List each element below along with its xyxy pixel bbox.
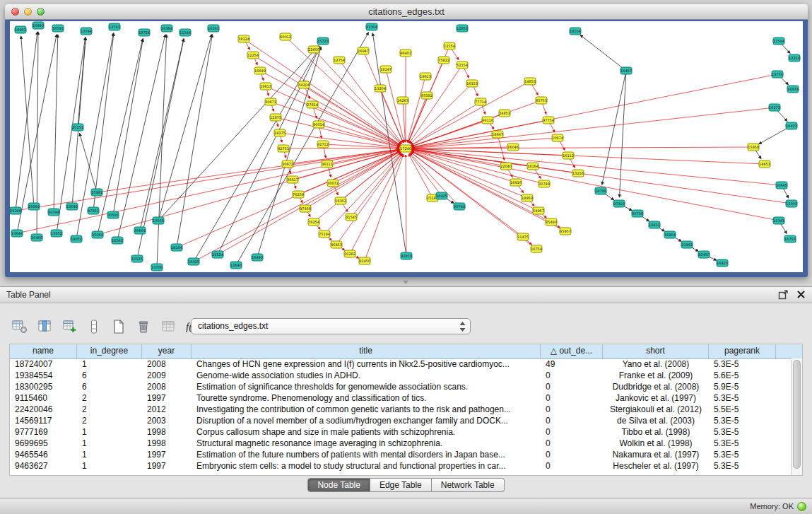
network-edge[interactable] bbox=[408, 95, 427, 143]
table-row[interactable]: 1830029562008Estimation of significance … bbox=[10, 381, 792, 392]
network-node-label: 10674 bbox=[552, 136, 563, 140]
table-row[interactable]: 1938455462009Genome-wide association stu… bbox=[10, 370, 792, 381]
cell-short: Tibbo et al. (1998) bbox=[603, 426, 709, 438]
table-row[interactable]: 946554611997Estimation of the future num… bbox=[10, 449, 792, 460]
network-canvas[interactable]: 1724018124122541664919613306711287524275… bbox=[10, 21, 803, 272]
network-table-selector[interactable]: citations_edges.txt bbox=[191, 318, 471, 334]
cell-pagerank: 5.6E-5 bbox=[709, 370, 776, 381]
panel-splitter-handle[interactable] bbox=[401, 280, 411, 284]
cell-short: Wolkin et al. (1998) bbox=[603, 438, 709, 449]
column-header-year[interactable]: year bbox=[142, 344, 192, 358]
network-node-label: 13706 bbox=[151, 265, 163, 269]
network-edge[interactable] bbox=[365, 154, 404, 261]
network-node-label: 18974 bbox=[787, 87, 799, 91]
network-edge[interactable] bbox=[117, 35, 165, 240]
tab-node-table[interactable]: Node Table bbox=[307, 478, 370, 492]
network-node-label: 18901 bbox=[15, 28, 26, 32]
table-row[interactable]: 969969511998Structural magnetic resonanc… bbox=[10, 438, 792, 449]
network-edge[interactable] bbox=[16, 32, 37, 211]
column-header-short[interactable]: short bbox=[603, 344, 709, 358]
cell-out_degree: 0 bbox=[541, 438, 603, 449]
network-svg[interactable]: 1724018124122541664919613306711287524275… bbox=[10, 21, 803, 272]
cell-out_degree: 49 bbox=[541, 358, 603, 370]
network-node-label: 76239 bbox=[293, 192, 304, 197]
column-header-name[interactable]: name bbox=[10, 344, 77, 358]
network-edge[interactable] bbox=[409, 153, 442, 196]
table-gear-icon[interactable] bbox=[11, 318, 28, 335]
network-edge[interactable] bbox=[137, 39, 184, 259]
network-edge[interactable] bbox=[619, 71, 626, 197]
cell-pagerank: 5.3E-5 bbox=[709, 449, 776, 460]
network-node-label: 92450 bbox=[698, 252, 710, 257]
network-edge[interactable] bbox=[98, 39, 143, 235]
network-edge[interactable] bbox=[412, 148, 765, 164]
table-row[interactable]: 1872400712008Changes of HCN gene express… bbox=[10, 358, 792, 370]
single-column-icon[interactable] bbox=[86, 318, 102, 335]
network-edge[interactable] bbox=[98, 150, 399, 235]
network-edge[interactable] bbox=[177, 35, 213, 247]
cell-year: 2003 bbox=[142, 415, 192, 426]
column-visibility-icon[interactable] bbox=[36, 318, 53, 335]
cell-short: Jankovic et al. (1997) bbox=[603, 392, 709, 404]
network-node-label: 16990 bbox=[33, 23, 44, 28]
column-header-out_de[interactable]: △ out_de... bbox=[541, 344, 603, 358]
network-edge[interactable] bbox=[403, 100, 405, 142]
cell-in_degree: 6 bbox=[77, 381, 142, 392]
import-table-icon[interactable] bbox=[160, 318, 177, 335]
network-node-label: 17240 bbox=[400, 146, 411, 151]
table-row[interactable]: 911546021997Tourette syndrome. Phenomeno… bbox=[10, 392, 792, 404]
tab-edge-table[interactable]: Edge Table bbox=[370, 478, 432, 492]
column-header-in_degree[interactable]: in_degree bbox=[77, 344, 142, 358]
network-edge[interactable] bbox=[194, 151, 400, 262]
network-edge[interactable] bbox=[339, 60, 402, 144]
network-edge[interactable] bbox=[93, 33, 114, 211]
close-window-button[interactable] bbox=[11, 8, 19, 16]
table-scrollbar[interactable] bbox=[791, 358, 802, 475]
network-node-label: 16916 bbox=[510, 180, 522, 185]
network-edge[interactable] bbox=[412, 150, 544, 184]
table-scrollbar-thumb[interactable] bbox=[793, 360, 801, 469]
network-edge[interactable] bbox=[351, 153, 401, 217]
network-edge[interactable] bbox=[304, 85, 400, 145]
cell-name: 9465546 bbox=[10, 449, 77, 460]
zoom-window-button[interactable] bbox=[37, 8, 45, 16]
network-edge[interactable] bbox=[54, 35, 58, 212]
network-edge[interactable] bbox=[580, 35, 626, 71]
network-edge[interactable] bbox=[80, 134, 97, 192]
network-node-label: 65957 bbox=[560, 229, 571, 233]
network-edge[interactable] bbox=[602, 71, 626, 185]
window-titlebar[interactable]: citations_edges.txt bbox=[5, 4, 808, 20]
network-window: citations_edges.txt 17240181241225416649… bbox=[5, 4, 808, 277]
table-row[interactable]: 977716911998Corpus callosum shape and si… bbox=[10, 426, 792, 438]
delete-table-icon[interactable] bbox=[135, 318, 152, 335]
new-table-icon[interactable] bbox=[110, 318, 127, 335]
column-header-title[interactable]: title bbox=[192, 344, 541, 358]
network-edge[interactable] bbox=[386, 69, 404, 142]
network-node-label: 13216 bbox=[572, 171, 584, 175]
network-edge[interactable] bbox=[113, 39, 143, 215]
network-node-label: 42712 bbox=[317, 142, 329, 146]
network-table-selector-value: citations_edges.txt bbox=[192, 319, 470, 334]
close-panel-icon[interactable] bbox=[796, 289, 806, 300]
network-edge[interactable] bbox=[412, 149, 792, 204]
float-panel-icon[interactable] bbox=[778, 289, 789, 300]
table-row[interactable]: 1456911722003Disruption of a novel membe… bbox=[10, 415, 792, 426]
minimize-window-button[interactable] bbox=[24, 8, 32, 16]
network-node-label: 18104 bbox=[570, 29, 581, 33]
network-edge[interactable] bbox=[406, 155, 406, 256]
network-edge[interactable] bbox=[17, 150, 399, 233]
edit-column-icon[interactable] bbox=[61, 318, 78, 335]
table-row[interactable]: 946362711997Embryonic stem cells: a mode… bbox=[10, 460, 792, 472]
network-edge[interactable] bbox=[324, 153, 401, 234]
network-edge[interactable] bbox=[411, 151, 565, 231]
table-panel-header: Table Panel bbox=[0, 287, 812, 303]
network-node-label: 59051 bbox=[71, 237, 82, 241]
tab-network-table[interactable]: Network Table bbox=[432, 478, 505, 492]
column-header-pagerank[interactable]: pagerank bbox=[709, 344, 776, 358]
network-node-label: 85493 bbox=[546, 220, 557, 224]
status-bar: Memory: OK bbox=[0, 498, 812, 514]
network-node-label: 10341 bbox=[773, 218, 784, 223]
cell-pagerank: 5.5E-5 bbox=[709, 404, 776, 415]
table-row[interactable]: 2242004622012Investigating the contribut… bbox=[10, 404, 792, 415]
network-edge[interactable] bbox=[412, 150, 779, 221]
